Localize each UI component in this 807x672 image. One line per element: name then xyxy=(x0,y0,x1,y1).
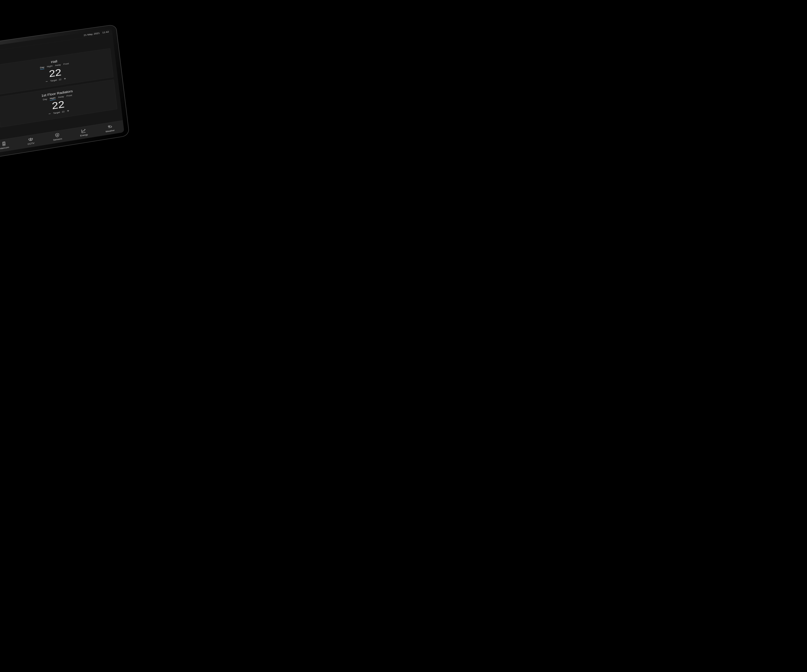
svg-point-9 xyxy=(56,134,58,135)
chart-line-icon xyxy=(81,128,86,134)
camera-icon xyxy=(28,137,34,142)
bottom-nav: Comfort Shades Intercom xyxy=(0,120,124,162)
nav-label: Sensors xyxy=(53,137,62,141)
nav-energy[interactable]: Energy xyxy=(70,126,97,139)
svg-point-5 xyxy=(3,142,4,143)
current-temp: 22 xyxy=(48,68,62,79)
weather-icon xyxy=(107,124,113,129)
svg-rect-6 xyxy=(3,144,5,145)
status-time: 11:42 xyxy=(102,30,109,34)
nav-label: Weather xyxy=(105,129,115,133)
target-label: Target xyxy=(53,111,60,114)
mode-frost[interactable]: Frost xyxy=(66,94,72,98)
decrease-target-button[interactable]: − xyxy=(45,79,48,83)
target-label: Target xyxy=(50,79,57,82)
tablet-frame: 21 May, 2021 11:42 Comfort Night Away Fr… xyxy=(0,24,130,168)
nav-weather[interactable]: Weather xyxy=(96,122,123,135)
intercom-icon xyxy=(1,141,7,146)
app-screen: 21 May, 2021 11:42 Comfort Night Away Fr… xyxy=(0,29,124,162)
nav-cctv[interactable]: CCTV xyxy=(17,134,45,148)
decrease-target-button[interactable]: − xyxy=(48,112,51,116)
shield-lock-icon xyxy=(54,132,60,138)
nav-label: CCTV xyxy=(28,142,35,145)
svg-point-7 xyxy=(30,139,31,140)
mode-frost[interactable]: Frost xyxy=(63,62,69,66)
target-value: 22 xyxy=(62,110,65,113)
svg-rect-4 xyxy=(3,142,5,146)
mode-day[interactable]: Day xyxy=(43,98,47,102)
nav-sensors[interactable]: Sensors xyxy=(44,130,71,143)
increase-target-button[interactable]: + xyxy=(66,109,70,113)
increase-target-button[interactable]: + xyxy=(63,77,67,81)
target-value: 22 xyxy=(59,78,61,81)
mode-day[interactable]: Day xyxy=(40,66,45,70)
nav-intercom[interactable]: Intercom xyxy=(0,139,18,152)
current-temp: 22 xyxy=(51,99,65,111)
zone-title: Hall xyxy=(51,60,57,64)
